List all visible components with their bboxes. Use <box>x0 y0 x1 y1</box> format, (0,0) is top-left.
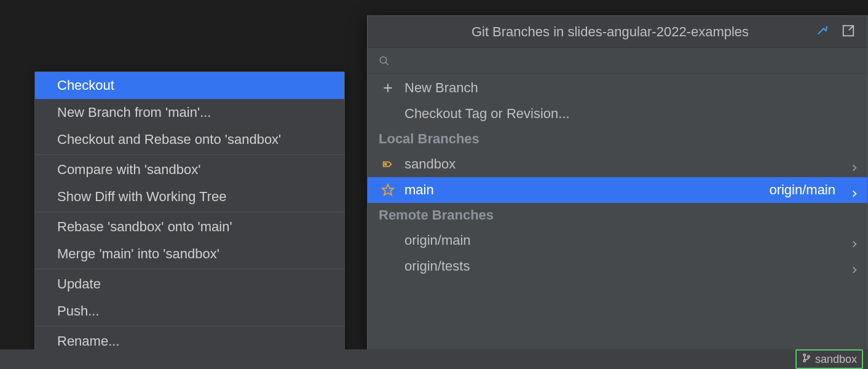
remote-branches-header: Remote Branches <box>368 203 867 228</box>
branch-context-menu: Checkout New Branch from 'main'... Check… <box>34 71 345 369</box>
menu-update[interactable]: Update <box>35 271 344 298</box>
svg-point-9 <box>808 355 810 357</box>
git-branches-popup: Git Branches in slides-angular-2022-exam… <box>367 15 868 351</box>
tracking-branch: origin/main <box>769 182 835 198</box>
local-branches-header: Local Branches <box>368 127 867 151</box>
menu-rebase-onto[interactable]: Rebase 'sandbox' onto 'main' <box>35 213 344 240</box>
menu-new-branch-from[interactable]: New Branch from 'main'... <box>35 99 344 126</box>
checkout-tag-action[interactable]: Checkout Tag or Revision... <box>368 101 867 127</box>
blank-icon <box>381 234 395 247</box>
new-branch-action[interactable]: New Branch <box>368 75 867 101</box>
bookmark-icon <box>381 157 395 171</box>
status-bar: sandbox <box>0 349 868 369</box>
branch-name: origin/main <box>404 232 840 248</box>
menu-merge-into[interactable]: Merge 'main' into 'sandbox' <box>35 240 344 268</box>
star-icon <box>381 183 395 197</box>
search-icon <box>379 55 390 66</box>
remote-branch-origin-tests[interactable]: origin/tests <box>368 253 867 279</box>
svg-point-1 <box>380 57 387 63</box>
remote-branch-origin-main[interactable]: origin/main <box>368 228 867 253</box>
popup-title: Git Branches in slides-angular-2022-exam… <box>404 24 816 40</box>
svg-line-2 <box>385 62 389 65</box>
local-branch-main[interactable]: main origin/main <box>368 177 867 203</box>
popup-header: Git Branches in slides-angular-2022-exam… <box>368 16 867 48</box>
branch-name: main <box>404 182 759 198</box>
blank-icon <box>381 260 395 273</box>
menu-separator <box>35 269 344 269</box>
pin-icon[interactable] <box>816 24 829 40</box>
menu-separator <box>35 326 344 327</box>
branches-list: New Branch Checkout Tag or Revision... L… <box>368 74 867 351</box>
blank-icon <box>381 107 395 121</box>
current-branch-name: sandbox <box>815 353 857 366</box>
svg-point-7 <box>803 354 805 355</box>
chevron-right-icon <box>850 236 859 245</box>
menu-push[interactable]: Push... <box>35 298 344 325</box>
branch-name: origin/tests <box>404 258 840 274</box>
branch-name: sandbox <box>404 156 840 172</box>
menu-show-diff[interactable]: Show Diff with Working Tree <box>35 183 344 210</box>
search-row[interactable] <box>368 48 867 74</box>
menu-separator <box>35 154 344 155</box>
chevron-right-icon <box>850 262 859 271</box>
chevron-right-icon <box>850 160 859 169</box>
svg-marker-6 <box>382 184 393 195</box>
local-branch-sandbox[interactable]: sandbox <box>368 151 867 177</box>
chevron-right-icon <box>850 186 859 194</box>
current-branch-indicator[interactable]: sandbox <box>795 349 863 369</box>
menu-checkout-rebase[interactable]: Checkout and Rebase onto 'sandbox' <box>35 126 344 153</box>
menu-checkout[interactable]: Checkout <box>35 72 344 99</box>
list-item-label: Checkout Tag or Revision... <box>404 106 859 122</box>
plus-icon <box>381 81 395 95</box>
menu-separator <box>35 212 344 212</box>
branch-icon <box>802 353 811 366</box>
expand-icon[interactable] <box>842 24 855 40</box>
svg-point-5 <box>385 164 387 165</box>
menu-compare-with[interactable]: Compare with 'sandbox' <box>35 156 344 183</box>
list-item-label: New Branch <box>404 80 859 96</box>
